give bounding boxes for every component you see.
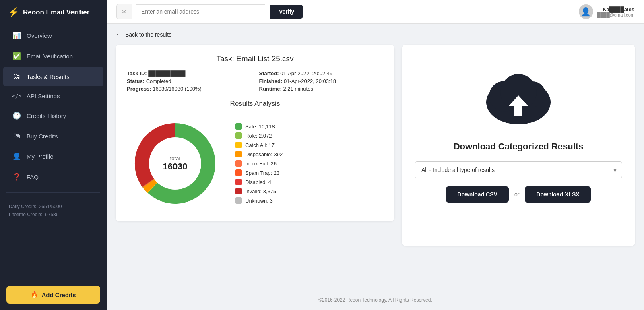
sidebar-item-email-verification[interactable]: ✅ Email Verification <box>3 46 103 66</box>
status-value: Completed <box>146 78 171 84</box>
legend-color <box>235 132 242 139</box>
sidebar-item-my-profile[interactable]: 👤 My Profile <box>3 147 103 166</box>
legend-label: Catch All: 17 <box>245 142 275 148</box>
legend-color <box>235 188 242 194</box>
legend-label: Disposable: 392 <box>245 151 283 157</box>
page-content: ← Back to the results Task: Email List 2… <box>107 24 644 290</box>
lifetime-credits: Lifetime Credits: 97586 <box>9 211 98 219</box>
download-select[interactable]: All - Include all type of resultsSafe on… <box>415 161 622 178</box>
back-link[interactable]: ← Back to the results <box>116 31 635 38</box>
legend-item: Role: 2,072 <box>235 132 283 139</box>
legend-color <box>235 151 242 157</box>
back-arrow-icon: ← <box>116 31 122 38</box>
sidebar-divider <box>6 192 100 193</box>
legend-label: Safe: 10,118 <box>245 124 275 130</box>
download-xlsx-button[interactable]: Download XLSX <box>525 186 590 203</box>
results-analysis-title: Results Analysis <box>127 100 383 108</box>
sidebar-item-faq-label: FAQ <box>27 174 39 180</box>
sidebar-item-buy-credits-label: Buy Credits <box>27 133 58 140</box>
started-label: Started: <box>259 70 279 76</box>
sidebar-item-tasks-results[interactable]: 🗂 Tasks & Results <box>3 67 103 86</box>
user-email: ████@gmail.com <box>597 12 634 17</box>
total-number: 16030 <box>163 161 187 172</box>
legend-color <box>235 123 242 130</box>
legend-item: Inbox Full: 26 <box>235 160 283 167</box>
chart-legend: Safe: 10,118 Role: 2,072 Catch All: 17 D… <box>235 123 283 204</box>
api-settings-icon: </> <box>12 93 21 99</box>
download-cloud-icon <box>482 68 555 132</box>
sidebar-item-my-profile-label: My Profile <box>27 153 54 160</box>
task-id-value: ██████████ <box>148 70 185 76</box>
legend-color <box>235 197 242 204</box>
legend-item: Disposable: 392 <box>235 151 283 157</box>
email-icon: ✉ <box>116 4 132 19</box>
my-profile-icon: 👤 <box>12 152 21 161</box>
sidebar-item-tasks-results-label: Tasks & Results <box>27 73 70 80</box>
sidebar-credits: Daily Credits: 2651/5000 Lifetime Credit… <box>0 198 107 224</box>
task-card: Task: Email List 25.csv Task ID: ███████… <box>116 45 394 221</box>
legend-item: Unknown: 3 <box>235 197 283 204</box>
add-credits-label: Add Credits <box>41 291 76 298</box>
donut-chart: total 16030 <box>127 115 223 212</box>
sidebar-item-credits-history[interactable]: 🕐 Credits History <box>3 106 103 126</box>
task-title: Task: Email List 25.csv <box>127 54 383 63</box>
legend-item: Disabled: 4 <box>235 179 283 185</box>
sidebar-item-overview[interactable]: 📊 Overview <box>3 26 103 45</box>
avatar: 👤 <box>579 4 593 19</box>
download-buttons: Download CSV or Download XLSX <box>446 186 590 203</box>
total-label: total <box>163 155 187 161</box>
donut-center: total 16030 <box>163 155 187 172</box>
main-content: ✉ Verify 👤 Ka████ales ████@gmail.com ← B… <box>107 0 644 310</box>
footer-text: ©2016-2022 Reoon Technology. All Rights … <box>318 297 432 303</box>
sidebar-item-overview-label: Overview <box>27 32 52 39</box>
sidebar-item-email-verification-label: Email Verification <box>27 53 73 60</box>
legend-color <box>235 169 242 176</box>
legend-label: Unknown: 3 <box>245 198 273 204</box>
footer: ©2016-2022 Reoon Technology. All Rights … <box>107 290 644 310</box>
email-verification-icon: ✅ <box>12 52 21 60</box>
download-title: Download Categorized Results <box>454 141 584 152</box>
download-csv-button[interactable]: Download CSV <box>446 186 509 203</box>
legend-color <box>235 160 242 167</box>
verify-button[interactable]: Verify <box>270 5 303 19</box>
sidebar: ⚡ Reoon Email Verifier 📊 Overview ✅ Emai… <box>0 0 107 310</box>
user-info: 👤 Ka████ales ████@gmail.com <box>579 4 634 19</box>
sidebar-nav: 📊 Overview ✅ Email Verification 🗂 Tasks … <box>0 25 107 188</box>
task-meta: Task ID: ██████████ Started: 01-Apr-2022… <box>127 70 383 92</box>
legend-label: Role: 2,072 <box>245 133 272 139</box>
buy-credits-icon: 🛍 <box>12 132 21 140</box>
sidebar-item-faq[interactable]: ❓ FAQ <box>3 167 103 187</box>
fire-icon: 🔥 <box>31 291 38 298</box>
faq-icon: ❓ <box>12 173 21 181</box>
runtime-value: 2.21 minutes <box>283 86 313 92</box>
sidebar-item-api-settings[interactable]: </> API Settings <box>3 87 103 105</box>
email-input[interactable] <box>136 4 265 19</box>
legend-color <box>235 142 242 148</box>
legend-item: Catch All: 17 <box>235 142 283 148</box>
sidebar-bottom: 🔥 Add Credits <box>0 279 107 310</box>
sidebar-item-api-settings-label: API Settings <box>27 93 60 99</box>
logo-icon: ⚡ <box>8 7 19 18</box>
legend-item: Invalid: 3,375 <box>235 188 283 194</box>
legend-item: Spam Trap: 23 <box>235 169 283 176</box>
topbar: ✉ Verify 👤 Ka████ales ████@gmail.com <box>107 0 644 24</box>
or-text: or <box>514 191 519 198</box>
legend-label: Inbox Full: 26 <box>245 161 277 167</box>
legend-label: Invalid: 3,375 <box>245 188 276 194</box>
sidebar-item-buy-credits[interactable]: 🛍 Buy Credits <box>3 126 103 146</box>
add-credits-button[interactable]: 🔥 Add Credits <box>6 286 100 304</box>
tasks-results-icon: 🗂 <box>12 72 21 81</box>
progress-label: Progress: <box>127 86 151 92</box>
sidebar-item-credits-history-label: Credits History <box>27 112 66 119</box>
finished-label: Finished: <box>259 78 283 84</box>
download-select-wrap: All - Include all type of resultsSafe on… <box>415 161 622 178</box>
back-link-label: Back to the results <box>125 31 171 38</box>
app-name: Reoon Email Verifier <box>23 8 89 17</box>
legend-color <box>235 179 242 185</box>
user-name: Ka████ales <box>597 6 634 12</box>
overview-icon: 📊 <box>12 31 21 40</box>
progress-value: 16030/16030 (100%) <box>153 86 201 92</box>
legend-label: Disabled: 4 <box>245 179 271 185</box>
app-logo: ⚡ Reoon Email Verifier <box>0 0 107 25</box>
credits-history-icon: 🕐 <box>12 112 21 120</box>
